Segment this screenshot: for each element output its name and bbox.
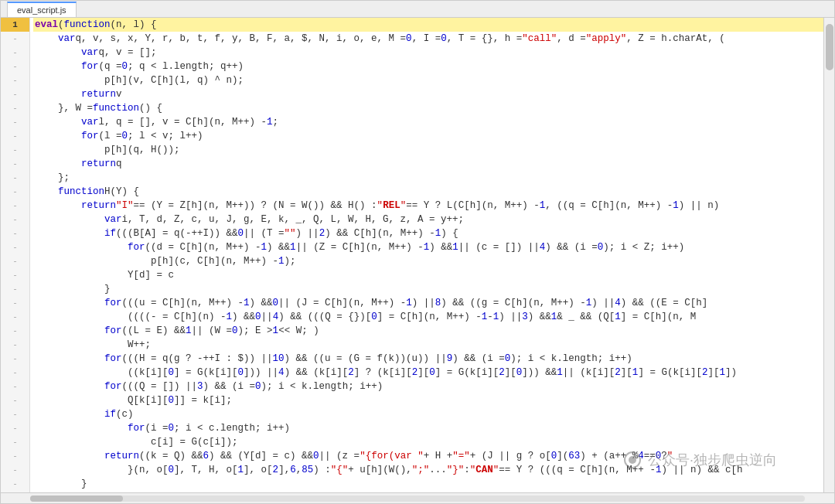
code-lines: eval(function(n, l) { var q, v, s, x, Y,… <box>33 18 823 492</box>
line-num-26: - <box>1 366 29 380</box>
line-num-4: - <box>1 60 29 73</box>
line-num-25: - <box>1 352 29 366</box>
code-line-15: var i, T, d, Z, c, u, J, g, E, k, _, Q, … <box>33 213 823 226</box>
code-line-20: } <box>33 282 823 296</box>
line-num-28: - <box>1 393 29 407</box>
code-line-7: }, W = function() { <box>33 101 823 115</box>
code-line-1: eval(function(n, l) { <box>33 18 823 32</box>
tab-bar: eval_script.js <box>1 1 834 18</box>
code-line-31: c[i] = G(c[i]); <box>33 435 823 449</box>
code-line-23: for ((L = E) && 1 || (W = 0); E > 1 << W… <box>33 324 823 338</box>
code-line-19: Y[d] = c <box>33 268 823 282</box>
scrollbar-right[interactable] <box>823 18 834 492</box>
line-num-8: - <box>1 115 29 129</box>
code-line-21: for (((u = C[h](n, M++) - 1) && 0 || (J … <box>33 296 823 310</box>
code-line-13: function H(Y) { <box>33 185 823 199</box>
active-tab[interactable]: eval_script.js <box>7 2 77 17</box>
code-line-26: ((k[i][0] = G(k[i][0])) || 4) && (k[i][2… <box>33 366 823 380</box>
line-num-16: - <box>1 226 29 240</box>
code-line-12: }; <box>33 171 823 185</box>
code-line-16: if (((B[A] = q(-++I)) && 0 || (T = "") |… <box>33 226 823 240</box>
line-num-34: - <box>1 477 29 491</box>
code-line-34: } <box>33 477 823 491</box>
line-num-10: - <box>1 143 29 157</box>
line-num-20: - <box>1 282 29 296</box>
line-num-5: - <box>1 73 29 87</box>
code-line-32: return ((k = Q) && 6) && (Y[d] = c) && 0… <box>33 449 823 463</box>
code-line-17: for ((d = C[h](n, M++) - 1) && 1 || (Z =… <box>33 240 823 254</box>
code-line-6: return v <box>33 87 823 101</box>
line-num-9: - <box>1 129 29 143</box>
code-line-14: return "I" == (Y = Z[h](n, M++)) ? (N = … <box>33 199 823 213</box>
editor-container: eval_script.js 1 - - - - - - - - - - - -… <box>0 0 835 504</box>
code-line-29: if (c) <box>33 407 823 421</box>
code-line-9: for (l = 0; l < v; l++) <box>33 129 823 143</box>
code-line-27: for (((Q = []) || 3) && (i = 0); i < k.l… <box>33 380 823 393</box>
line-num-33: - <box>1 463 29 477</box>
line-num-3: - <box>1 46 29 60</box>
line-num-14: - <box>1 199 29 213</box>
scrollbar-thumb[interactable] <box>826 24 833 70</box>
line-num-23: - <box>1 324 29 338</box>
h-scrollbar-thumb[interactable] <box>30 495 123 502</box>
code-line-22: ((((- = C[h](n) - 1) && 0 || 4) && (((Q … <box>33 310 823 324</box>
code-area: 1 - - - - - - - - - - - - - - - - - - - … <box>1 18 834 492</box>
bottom-scrollbar[interactable] <box>1 492 834 503</box>
line-num-31: - <box>1 435 29 449</box>
code-line-28: Q[k[i][0]] = k[i]; <box>33 393 823 407</box>
code-line-25: for (((H = q(g ? -++I : $)) || 10) && ((… <box>33 352 823 366</box>
line-numbers: 1 - - - - - - - - - - - - - - - - - - - … <box>1 18 30 492</box>
line-num-24: - <box>1 338 29 352</box>
code-line-33: }(n, o[0], T, H, o[1], o[2], 6, 85) : "{… <box>33 463 823 477</box>
code-line-11: return q <box>33 157 823 171</box>
code-line-10: p[h](q, H()); <box>33 143 823 157</box>
line-num-17: - <box>1 240 29 254</box>
h-scrollbar-track[interactable] <box>30 495 805 502</box>
line-num-27: - <box>1 380 29 393</box>
code-line-5: p[h](v, C[h](l, q) ^ n); <box>33 73 823 87</box>
code-line-3: var q, v = []; <box>33 46 823 60</box>
line-num-1: 1 <box>1 18 29 32</box>
code-line-8: var l, q = [], v = C[h](n, M++) - 1; <box>33 115 823 129</box>
code-line-4: for (q = 0; q < l.length; q++) <box>33 60 823 73</box>
code-content[interactable]: eval(function(n, l) { var q, v, s, x, Y,… <box>30 18 823 492</box>
line-num-15: - <box>1 213 29 226</box>
line-num-13: - <box>1 185 29 199</box>
line-num-12: - <box>1 171 29 185</box>
line-num-30: - <box>1 421 29 435</box>
line-num-7: - <box>1 101 29 115</box>
line-num-32: - <box>1 449 29 463</box>
line-num-2: - <box>1 32 29 46</box>
code-line-2: var q, v, s, x, Y, r, b, t, f, y, B, F, … <box>33 32 823 46</box>
line-num-6: - <box>1 87 29 101</box>
code-line-24: W++; <box>33 338 823 352</box>
code-line-18: p[h](c, C[h](n, M++) - 1); <box>33 254 823 268</box>
line-num-19: - <box>1 268 29 282</box>
code-line-30: for (i = 0; i < c.length; i++) <box>33 421 823 435</box>
line-num-21: - <box>1 296 29 310</box>
line-num-18: - <box>1 254 29 268</box>
line-num-29: - <box>1 407 29 421</box>
line-num-22: - <box>1 310 29 324</box>
line-num-11: - <box>1 157 29 171</box>
